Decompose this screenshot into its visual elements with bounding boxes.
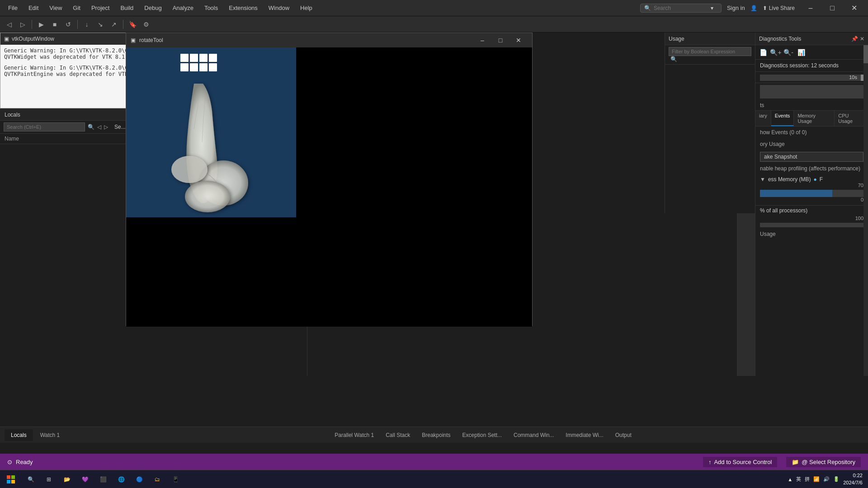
toolbar: ◁ ▷ ▶ ■ ↺ ↓ ↘ ↗ 🔖 ⚙ <box>0 16 868 33</box>
diag-close-btn[interactable]: ✕ <box>860 36 864 42</box>
locals-nav-fwd[interactable]: ▷ <box>104 124 108 130</box>
diagnostics-memory-label: ess Memory (MB) <box>768 176 811 183</box>
menu-file[interactable]: File <box>4 3 22 13</box>
tab-exception-sett[interactable]: Exception Sett... <box>457 429 507 441</box>
menu-view[interactable]: View <box>45 3 66 13</box>
watch-filter-input[interactable] <box>669 47 751 56</box>
menu-analyze[interactable]: Analyze <box>168 3 198 13</box>
taskbar-explorer-btn[interactable]: 📂 <box>58 470 76 488</box>
taskbar-battery-icon[interactable]: 🔋 <box>833 476 840 482</box>
taskbar-search-btn[interactable]: 🔍 <box>22 470 40 488</box>
diag-tab-events[interactable]: Events <box>771 111 794 126</box>
status-ready: ⊙ Ready <box>7 459 33 465</box>
diag-zoom-out-btn[interactable]: 🔍- <box>783 47 794 58</box>
taskbar-start-button[interactable] <box>0 470 22 488</box>
diagnostics-timeline-bar[interactable]: 10s <box>760 75 863 81</box>
diag-chart-btn[interactable]: 📊 <box>795 47 807 58</box>
menu-edit[interactable]: Edit <box>24 3 43 13</box>
taskbar-vs-btn[interactable]: 💜 <box>76 470 94 488</box>
toolbar-run[interactable]: ▶ <box>35 18 47 31</box>
menu-window[interactable]: Window <box>264 3 294 13</box>
diagnostics-cpu-label: % of all processors) <box>755 205 868 216</box>
locals-search-icon[interactable]: 🔍 <box>88 124 94 130</box>
rotate-close-btn[interactable]: ✕ <box>509 33 528 47</box>
search-dropdown-icon[interactable]: ▾ <box>711 5 713 11</box>
diag-zoom-in-btn[interactable]: 🔍+ <box>770 47 782 58</box>
menu-debug[interactable]: Debug <box>140 3 166 13</box>
taskbar-up-icon[interactable]: ▲ <box>788 477 793 482</box>
diag-tab-cpu[interactable]: CPU Usage <box>835 111 868 126</box>
menu-help[interactable]: Help <box>296 3 317 13</box>
menu-project[interactable]: Project <box>87 3 114 13</box>
search-input[interactable] <box>654 5 708 11</box>
taskbar-edge-btn[interactable]: 🔵 <box>130 470 148 488</box>
tab-immediate-wi[interactable]: Immediate Wi... <box>560 429 609 441</box>
status-add-source-control[interactable]: ↑ Add to Source Control <box>703 457 777 467</box>
toolbar-stop[interactable]: ■ <box>48 18 61 31</box>
diagnostics-memory-zero: 0 <box>760 197 863 202</box>
taskbar-wifi-icon[interactable]: 📶 <box>813 476 820 482</box>
select-repo-icon: 📁 <box>792 459 799 465</box>
right-controls: Sign in 👤 ⬆ Live Share <box>727 5 795 11</box>
diagnostics-scrollbar[interactable] <box>863 45 868 376</box>
status-bar: ⊙ Ready ↑ Add to Source Control 📁 @ Sele… <box>0 454 868 470</box>
menu-build[interactable]: Build <box>116 3 138 13</box>
tab-breakpoints[interactable]: Breakpoints <box>416 429 456 441</box>
diag-file-btn[interactable]: 📄 <box>757 47 769 58</box>
diag-tab-summary[interactable]: iary <box>755 111 771 126</box>
rotate-minimize-btn[interactable]: – <box>473 33 491 47</box>
rotate-maximize-btn[interactable]: □ <box>491 33 509 47</box>
menu-extensions[interactable]: Extensions <box>224 3 262 13</box>
locals-nav-back[interactable]: ◁ <box>97 124 101 130</box>
toolbar-bookmark[interactable]: 🔖 <box>126 18 139 31</box>
diag-mem-f-label: F <box>820 176 823 183</box>
diagnostics-snapshot-button[interactable]: ake Snapshot <box>760 152 863 162</box>
minimize-button[interactable]: – <box>800 1 821 15</box>
tab-output[interactable]: Output <box>610 429 637 441</box>
toolbar-step-into[interactable]: ↘ <box>94 18 107 31</box>
diagnostics-scrollbar-thumb[interactable] <box>863 45 868 63</box>
tab-parallel-watch[interactable]: Parallel Watch 1 <box>329 429 379 441</box>
toolbar-forward[interactable]: ▷ <box>16 18 29 31</box>
status-select-repository[interactable]: 📁 @ Select Repository <box>786 457 861 467</box>
toolbar-restart[interactable]: ↺ <box>62 18 75 31</box>
taskbar-speaker-icon[interactable]: 🔊 <box>823 476 830 482</box>
tab-command-win[interactable]: Command Win... <box>508 429 559 441</box>
tab-watch1[interactable]: Watch 1 <box>34 429 66 441</box>
maximize-button[interactable]: □ <box>822 1 843 15</box>
bone-3d-model <box>135 75 289 219</box>
taskbar-browser-btn[interactable]: 🌐 <box>112 470 130 488</box>
watch-search-icon[interactable]: 🔍 <box>670 56 677 62</box>
sign-in-button[interactable]: Sign in <box>727 5 745 11</box>
diag-tab-memory[interactable]: Memory Usage <box>794 111 835 126</box>
search-box[interactable]: 🔍 ▾ <box>640 4 722 13</box>
taskbar-app-btn[interactable]: 📱 <box>166 470 184 488</box>
menu-git[interactable]: Git <box>68 3 85 13</box>
close-button[interactable]: ✕ <box>844 1 864 15</box>
toolbar-step-out[interactable]: ↗ <box>108 18 120 31</box>
taskbar-terminal-btn[interactable]: ⬛ <box>94 470 112 488</box>
tab-locals[interactable]: Locals <box>5 429 33 441</box>
search-icon: 🔍 <box>644 5 651 11</box>
diagnostics-memory-bar <box>760 190 832 197</box>
taskbar-clock[interactable]: 0:22 2024/7/6 <box>843 472 863 486</box>
diagnostics-memory-bar-container <box>760 190 863 197</box>
bone-viewport[interactable] <box>126 47 296 217</box>
toolbar-step-over[interactable]: ↓ <box>80 18 93 31</box>
menu-tools[interactable]: Tools <box>200 3 222 13</box>
grid-cell-6 <box>190 63 198 71</box>
top-bar: File Edit View Git Project Build Debug A… <box>0 0 868 16</box>
live-share-button[interactable]: ⬆ Live Share <box>763 5 795 11</box>
diagnostics-cpu-bar-container <box>760 223 863 227</box>
toolbar-settings[interactable]: ⚙ <box>140 18 152 31</box>
grid-cell-8 <box>209 63 217 71</box>
taskbar-taskview-btn[interactable]: ⊞ <box>40 470 58 488</box>
toolbar-back[interactable]: ◁ <box>3 18 15 31</box>
locals-search-input[interactable] <box>4 122 85 131</box>
diag-pin-btn[interactable]: 📌 <box>851 36 858 42</box>
status-ready-icon: ⊙ <box>7 459 12 465</box>
taskbar-files-btn[interactable]: 🗂 <box>148 470 166 488</box>
locals-title-label: Locals <box>5 112 20 118</box>
svg-point-2 <box>185 181 230 212</box>
tab-call-stack[interactable]: Call Stack <box>380 429 415 441</box>
